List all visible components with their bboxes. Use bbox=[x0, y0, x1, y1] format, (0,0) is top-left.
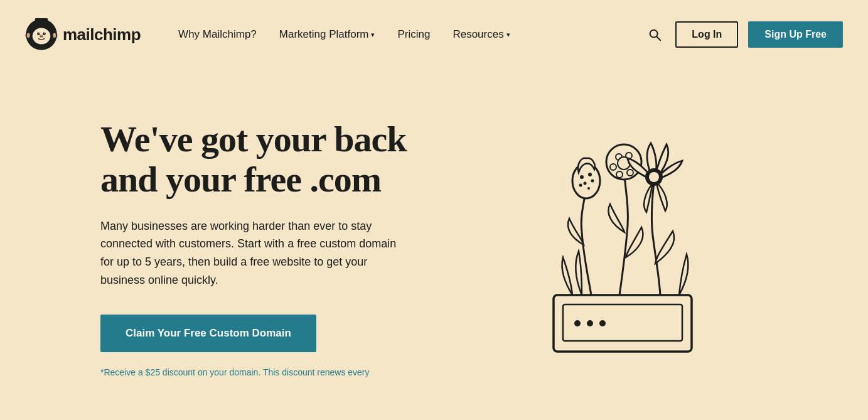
svg-point-3 bbox=[43, 32, 46, 35]
svg-point-22 bbox=[572, 163, 600, 198]
svg-line-16 bbox=[657, 36, 661, 40]
chevron-down-icon: ▾ bbox=[371, 31, 375, 39]
signup-button[interactable]: Sign Up Free bbox=[748, 21, 843, 48]
logo-text: mailchimp bbox=[63, 25, 141, 45]
svg-point-20 bbox=[587, 320, 593, 326]
nav-item-pricing[interactable]: Pricing bbox=[397, 28, 430, 41]
svg-point-7 bbox=[40, 36, 41, 37]
svg-point-38 bbox=[649, 172, 659, 182]
search-icon bbox=[648, 28, 662, 41]
logo-monkey-icon bbox=[25, 18, 58, 51]
hero-headline: We've got your back and your free .com bbox=[100, 119, 452, 200]
hero-content: We've got your back and your free .com M… bbox=[100, 107, 452, 377]
svg-rect-10 bbox=[35, 18, 48, 24]
svg-point-26 bbox=[591, 180, 594, 183]
nav-item-marketing-platform[interactable]: Marketing Platform ▾ bbox=[279, 28, 375, 41]
svg-point-34 bbox=[616, 171, 623, 178]
cta-button[interactable]: Claim Your Free Custom Domain bbox=[100, 315, 316, 352]
svg-point-5 bbox=[44, 33, 45, 34]
hero-subtext: Many businesses are working harder than … bbox=[100, 217, 402, 289]
svg-point-4 bbox=[38, 33, 40, 34]
svg-point-24 bbox=[588, 173, 592, 176]
nav-item-why-mailchimp[interactable]: Why Mailchimp? bbox=[178, 28, 257, 41]
svg-point-12 bbox=[27, 33, 30, 38]
svg-rect-18 bbox=[563, 304, 682, 341]
svg-point-14 bbox=[53, 33, 56, 38]
hero-illustration bbox=[452, 107, 768, 370]
svg-point-33 bbox=[627, 170, 633, 176]
svg-point-6 bbox=[40, 35, 44, 38]
svg-point-19 bbox=[574, 320, 581, 326]
svg-point-35 bbox=[610, 164, 616, 170]
svg-point-23 bbox=[580, 175, 584, 179]
logo-link[interactable]: mailchimp bbox=[25, 18, 141, 51]
search-button[interactable] bbox=[644, 24, 665, 45]
hero-illustration-svg bbox=[491, 107, 754, 370]
svg-point-28 bbox=[587, 187, 590, 190]
login-button[interactable]: Log In bbox=[675, 21, 738, 48]
header-actions: Log In Sign Up Free bbox=[644, 21, 843, 48]
svg-point-8 bbox=[41, 36, 43, 37]
header: mailchimp Why Mailchimp? Marketing Platf… bbox=[0, 0, 868, 69]
svg-point-25 bbox=[583, 182, 586, 185]
hero-section: We've got your back and your free .com M… bbox=[0, 69, 868, 420]
disclaimer-text: *Receive a $25 discount on your domain. … bbox=[100, 367, 452, 377]
main-nav: Why Mailchimp? Marketing Platform ▾ Pric… bbox=[141, 28, 644, 41]
svg-point-21 bbox=[599, 320, 606, 326]
svg-point-2 bbox=[37, 32, 40, 35]
svg-point-27 bbox=[579, 184, 582, 187]
chevron-down-icon: ▾ bbox=[506, 31, 510, 39]
nav-item-resources[interactable]: Resources ▾ bbox=[453, 28, 510, 41]
